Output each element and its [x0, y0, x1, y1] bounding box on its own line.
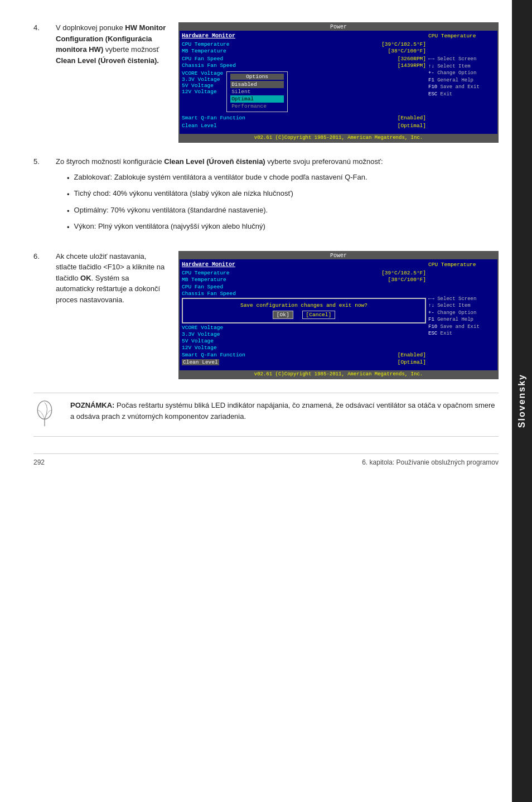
bios1-row-cpu-fan: CPU Fan Speed [3260RPM] [182, 56, 426, 62]
bios2-smart-qfan-value: [Enabled] [398, 352, 426, 358]
bios2-smart-qfan-label: Smart Q-Fan Function [182, 352, 245, 358]
bios1-vcore: VCORE Voltage [182, 70, 223, 76]
step-5: 5. Zo štyroch možností konfigurácie Clea… [33, 156, 499, 238]
bios1-row-cpu-temp: CPU Temperature [39°C/102.5°F] [182, 41, 426, 47]
bios2-row-3v3: 3.3V Voltage [182, 331, 426, 337]
bios2-row-12v: 12V Voltage [182, 345, 426, 351]
bios2-title: Power [180, 252, 497, 259]
step-5-intro: Zo štyroch možností konfigurácie [56, 157, 164, 166]
bios1-chassis-fan-value: [1439RPM] [398, 62, 426, 69]
sidebar-label-text: Slovensky [517, 374, 527, 428]
bios1-chassis-fan-label: Chassis Fan Speed [182, 62, 236, 69]
bullet-1-text: Zablokovať: Zablokuje systém ventilátora… [74, 172, 367, 184]
footer-page-number: 292 [33, 458, 45, 466]
step-6-content: Ak chcete uložiť nastavania, stlačte tla… [56, 251, 499, 379]
bios2-clean-level-value: [Optimal] [398, 359, 426, 365]
step-5-bullets: • Zablokovať: Zablokuje systém ventiláto… [67, 172, 499, 233]
svg-point-0 [37, 400, 51, 419]
step-5-intro-bold: Clean Level (Úroveň čistenia) [164, 157, 265, 166]
bios2-row-smart-qfan: Smart Q-Fan Function [Enabled] [182, 352, 426, 358]
bios-screenshot-2: Power Hardware Monitor CPU Temperature [… [178, 251, 499, 379]
bios1-cpu-temp-value: [39°C/102.5°F] [381, 41, 426, 47]
bios2-row-vcore: VCORE Voltage [182, 325, 426, 331]
bios2-row-5v: 5V Voltage [182, 338, 426, 344]
bios1-option-silent: Silent [230, 88, 284, 95]
sidebar-label: Slovensky [512, 0, 532, 802]
bios2-chassis-fan-label: Chassis Fan Speed [182, 291, 236, 297]
bios1-options-area: VCORE Voltage 3.3V Voltage 5V Voltage [182, 70, 426, 113]
bios1-main: Hardware Monitor CPU Temperature [39°C/1… [182, 33, 426, 129]
bios1-right: CPU Temperature ←→ Select Screen ↑↓ Sele… [428, 33, 495, 129]
bios2-vcore-label: VCORE Voltage [182, 325, 223, 331]
page-container: 4. V doplnkovej ponuke HW Monitor Config… [0, 0, 532, 489]
bullet-4-dot: • [67, 222, 70, 233]
bios2-right-title: CPU Temperature [428, 262, 495, 268]
bios1-12v-label: 12V Voltage [182, 89, 217, 95]
step-4-text-after: vyberte možnosť [103, 45, 159, 54]
bios2-help: ←→ Select Screen ↑↓ Select Item +- Chang… [428, 296, 495, 338]
note-content: Počas reštartu systému bliká LED indikát… [70, 401, 495, 421]
bios1-inner: Hardware Monitor CPU Temperature [39°C/1… [180, 31, 497, 132]
bios1-12v: 12V Voltage [182, 89, 223, 95]
bios1-cpu-fan-label: CPU Fan Speed [182, 56, 223, 62]
step-6-bold: OK [80, 274, 91, 282]
bios1-options-popup: Options Disabled Silent Optimal Performa… [226, 71, 288, 112]
bios2-help-change: +- Change Option [428, 310, 495, 317]
bios1-row-clean-level: Clean Level [Optimal] [182, 123, 426, 129]
bios2-clean-level-label: Clean Level [182, 359, 219, 365]
bios1-help-row-1: ←→ Select Screen [428, 56, 495, 63]
bios2-cancel-button[interactable]: [Cancel] [302, 311, 336, 319]
bios1-row-mb-temp: MB Temperature [38°C/100°F] [182, 48, 426, 54]
bios2-ok-button[interactable]: [Ok] [273, 311, 293, 319]
bios2-footer: v02.61 (C)Copyright 1985-2011, American … [180, 370, 497, 378]
bios1-5v-label: 5V Voltage [182, 83, 214, 89]
bios2-dialog-buttons: [Ok] [Cancel] [188, 311, 419, 319]
bios2-cpu-temp-label: CPU Temperature [182, 270, 230, 276]
bullet-2-text: Tichý chod: 40% výkonu ventilátora (slab… [74, 188, 293, 200]
note-icon [33, 400, 61, 429]
bullet-2-dot: • [67, 189, 70, 200]
bios1-smart-qfan-value: [Enabled] [398, 115, 426, 121]
bullet-2: • Tichý chod: 40% výkonu ventilátora (sl… [67, 188, 499, 200]
bios1-help-row-4: F1 General Help [428, 77, 495, 84]
step-6-text: Ak chcete uložiť nastavania, stlačte tla… [56, 251, 167, 306]
bios1-section: Hardware Monitor [182, 33, 426, 39]
bios1-footer: v02.61 (C)Copyright 1985-2011, American … [180, 134, 497, 142]
bios2-main: Hardware Monitor CPU Temperature [39°C/1… [182, 262, 426, 366]
bios2-help-general: F1 General Help [428, 316, 495, 323]
bios1-vcore-label: VCORE Voltage [182, 70, 223, 76]
bios1-help-row-3: +- Change Option [428, 70, 495, 77]
step-5-content: Zo štyroch možností konfigurácie Clean L… [56, 156, 499, 238]
bullet-3-text: Optimálny: 70% výkonu ventilátora (štand… [74, 205, 268, 217]
bios1-cpu-temp-label: CPU Temperature [182, 41, 230, 47]
bios2-row-cpu-temp: CPU Temperature [39°C/102.5°F] [182, 270, 426, 276]
bios2-save-dialog: Save configuration changes and exit now?… [182, 298, 426, 323]
bios2-cpu-temp-value: [39°C/102.5°F] [381, 270, 426, 276]
step-4-text-before: V doplnkovej ponuke [56, 23, 125, 32]
bios2-help-exit: ESC Exit [428, 330, 495, 337]
step-5-number: 5. [33, 156, 56, 166]
step-6: 6. Ak chcete uložiť nastavania, stlačte … [33, 251, 499, 379]
bios1-help: ←→ Select Screen ↑↓ Select Item +- Chang… [428, 56, 495, 98]
bios2-row-clean-level: Clean Level [Optimal] [182, 359, 426, 365]
bios1-right-title: CPU Temperature [428, 33, 495, 39]
bios1-option-optimal: Optimal [230, 95, 284, 103]
bullet-1: • Zablokovať: Zablokuje systém ventiláto… [67, 172, 499, 184]
bios2-5v-label: 5V Voltage [182, 338, 214, 344]
step-5-intro-after: vyberte svoju preferovanú možnosť: [265, 157, 383, 166]
bios2-row-mb-temp: MB Temperature [38°C/100°F] [182, 277, 426, 283]
bios1-voltage-labels: VCORE Voltage 3.3V Voltage 5V Voltage [182, 70, 223, 113]
bios1-mb-temp-label: MB Temperature [182, 48, 226, 54]
note-label: POZNÁMKA: [70, 401, 114, 409]
bios1-row-chassis-fan: Chassis Fan Speed [1439RPM] [182, 62, 426, 69]
bios-screenshot-1: Power Hardware Monitor CPU Temperature [… [178, 22, 499, 143]
bios2-dialog-text: Save configuration changes and exit now? [188, 302, 419, 308]
note-text: POZNÁMKA: Počas reštartu systému bliká L… [70, 400, 499, 423]
bullet-1-dot: • [67, 173, 70, 184]
bios2-3v3-label: 3.3V Voltage [182, 331, 220, 337]
step-4-bold2: Clean Level (Úroveň čistenia). [56, 56, 159, 65]
bios1-cpu-fan-value: [3260RPM] [398, 56, 426, 62]
page-footer: 292 6. kapitola: Používanie obslužných p… [33, 453, 499, 466]
bios1-option-disabled: Disabled [230, 81, 284, 88]
bios2-mb-temp-value: [38°C/100°F] [388, 277, 426, 283]
